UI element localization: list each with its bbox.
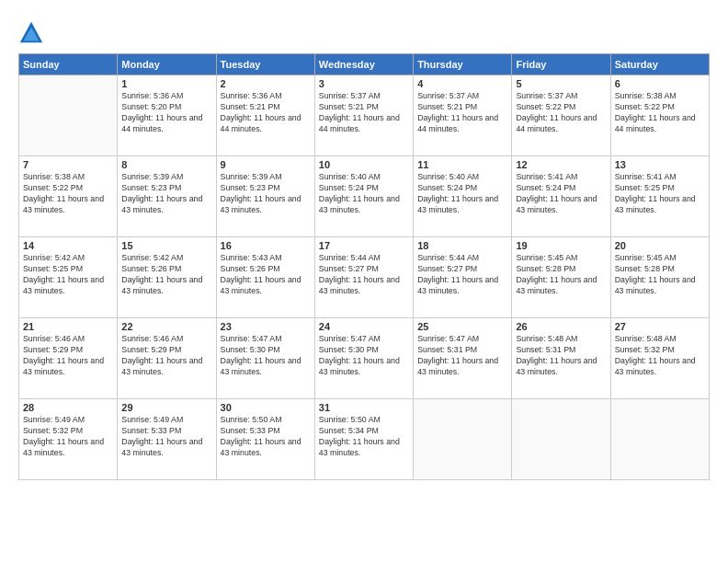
day-info: Sunrise: 5:45 AMSunset: 5:28 PMDaylight:…: [615, 253, 705, 297]
calendar-day-cell: 24Sunrise: 5:47 AMSunset: 5:30 PMDayligh…: [314, 318, 413, 399]
day-info: Sunrise: 5:48 AMSunset: 5:32 PMDaylight:…: [615, 334, 705, 378]
day-number: 20: [615, 240, 705, 251]
day-info: Sunrise: 5:37 AMSunset: 5:21 PMDaylight:…: [319, 91, 409, 135]
calendar-day-cell: 26Sunrise: 5:48 AMSunset: 5:31 PMDayligh…: [512, 318, 610, 399]
day-number: 31: [319, 402, 409, 413]
calendar-day-cell: 28Sunrise: 5:49 AMSunset: 5:32 PMDayligh…: [19, 399, 118, 480]
day-number: 10: [319, 159, 409, 170]
day-info: Sunrise: 5:39 AMSunset: 5:23 PMDaylight:…: [121, 172, 211, 216]
day-number: 2: [221, 78, 311, 89]
calendar-day-cell: 10Sunrise: 5:40 AMSunset: 5:24 PMDayligh…: [314, 156, 413, 237]
day-number: 21: [23, 321, 113, 332]
day-number: 12: [516, 159, 606, 170]
day-info: Sunrise: 5:37 AMSunset: 5:22 PMDaylight:…: [516, 91, 606, 135]
day-info: Sunrise: 5:40 AMSunset: 5:24 PMDaylight:…: [417, 172, 507, 216]
day-info: Sunrise: 5:46 AMSunset: 5:29 PMDaylight:…: [121, 334, 211, 378]
day-info: Sunrise: 5:36 AMSunset: 5:20 PMDaylight:…: [121, 91, 211, 135]
calendar-day-cell: 21Sunrise: 5:46 AMSunset: 5:29 PMDayligh…: [19, 318, 118, 399]
calendar-day-cell: 8Sunrise: 5:39 AMSunset: 5:23 PMDaylight…: [118, 156, 216, 237]
day-info: Sunrise: 5:47 AMSunset: 5:30 PMDaylight:…: [221, 334, 311, 378]
day-number: 23: [221, 321, 311, 332]
calendar-header-tuesday: Tuesday: [216, 54, 314, 75]
day-info: Sunrise: 5:50 AMSunset: 5:33 PMDaylight:…: [221, 415, 311, 459]
calendar-day-cell: 3Sunrise: 5:37 AMSunset: 5:21 PMDaylight…: [314, 75, 413, 156]
day-info: Sunrise: 5:38 AMSunset: 5:22 PMDaylight:…: [615, 91, 705, 135]
day-info: Sunrise: 5:45 AMSunset: 5:28 PMDaylight:…: [516, 253, 606, 297]
day-info: Sunrise: 5:39 AMSunset: 5:23 PMDaylight:…: [221, 172, 311, 216]
calendar-header-monday: Monday: [118, 54, 216, 75]
day-info: Sunrise: 5:44 AMSunset: 5:27 PMDaylight:…: [417, 253, 507, 297]
calendar-day-cell: 30Sunrise: 5:50 AMSunset: 5:33 PMDayligh…: [216, 399, 314, 480]
calendar-day-cell: 29Sunrise: 5:49 AMSunset: 5:33 PMDayligh…: [118, 399, 216, 480]
day-number: 24: [319, 321, 409, 332]
calendar-day-cell: [414, 399, 512, 480]
day-info: Sunrise: 5:46 AMSunset: 5:29 PMDaylight:…: [23, 334, 113, 378]
calendar-header-saturday: Saturday: [610, 54, 709, 75]
day-number: 6: [615, 78, 705, 89]
day-info: Sunrise: 5:48 AMSunset: 5:31 PMDaylight:…: [516, 334, 606, 378]
day-number: 25: [417, 321, 507, 332]
day-number: 8: [121, 159, 211, 170]
day-number: 28: [23, 402, 113, 413]
calendar-week-row: 1Sunrise: 5:36 AMSunset: 5:20 PMDaylight…: [19, 75, 710, 156]
calendar-day-cell: 1Sunrise: 5:36 AMSunset: 5:20 PMDaylight…: [118, 75, 216, 156]
calendar-day-cell: 14Sunrise: 5:42 AMSunset: 5:25 PMDayligh…: [19, 237, 118, 318]
day-info: Sunrise: 5:47 AMSunset: 5:30 PMDaylight:…: [319, 334, 409, 378]
day-number: 5: [516, 78, 606, 89]
calendar-day-cell: 25Sunrise: 5:47 AMSunset: 5:31 PMDayligh…: [414, 318, 512, 399]
calendar-day-cell: 13Sunrise: 5:41 AMSunset: 5:25 PMDayligh…: [610, 156, 709, 237]
calendar-day-cell: 4Sunrise: 5:37 AMSunset: 5:21 PMDaylight…: [414, 75, 512, 156]
day-info: Sunrise: 5:43 AMSunset: 5:26 PMDaylight:…: [221, 253, 311, 297]
day-number: 13: [615, 159, 705, 170]
calendar-header-friday: Friday: [512, 54, 610, 75]
calendar-day-cell: 17Sunrise: 5:44 AMSunset: 5:27 PMDayligh…: [314, 237, 413, 318]
day-info: Sunrise: 5:47 AMSunset: 5:31 PMDaylight:…: [417, 334, 507, 378]
calendar-header-sunday: Sunday: [19, 54, 118, 75]
calendar-day-cell: 2Sunrise: 5:36 AMSunset: 5:21 PMDaylight…: [216, 75, 314, 156]
header: [18, 17, 710, 46]
calendar-day-cell: [610, 399, 709, 480]
calendar-day-cell: 6Sunrise: 5:38 AMSunset: 5:22 PMDaylight…: [610, 75, 709, 156]
calendar-day-cell: 22Sunrise: 5:46 AMSunset: 5:29 PMDayligh…: [118, 318, 216, 399]
day-number: 18: [417, 240, 507, 251]
calendar-day-cell: 23Sunrise: 5:47 AMSunset: 5:30 PMDayligh…: [216, 318, 314, 399]
day-number: 27: [615, 321, 705, 332]
calendar-day-cell: 19Sunrise: 5:45 AMSunset: 5:28 PMDayligh…: [512, 237, 610, 318]
calendar-week-row: 21Sunrise: 5:46 AMSunset: 5:29 PMDayligh…: [19, 318, 710, 399]
day-info: Sunrise: 5:42 AMSunset: 5:25 PMDaylight:…: [23, 253, 113, 297]
day-info: Sunrise: 5:37 AMSunset: 5:21 PMDaylight:…: [417, 91, 507, 135]
calendar-day-cell: 5Sunrise: 5:37 AMSunset: 5:22 PMDaylight…: [512, 75, 610, 156]
calendar-day-cell: 20Sunrise: 5:45 AMSunset: 5:28 PMDayligh…: [610, 237, 709, 318]
day-info: Sunrise: 5:50 AMSunset: 5:34 PMDaylight:…: [319, 415, 409, 459]
calendar-week-row: 14Sunrise: 5:42 AMSunset: 5:25 PMDayligh…: [19, 237, 710, 318]
day-number: 30: [221, 402, 311, 413]
day-info: Sunrise: 5:44 AMSunset: 5:27 PMDaylight:…: [319, 253, 409, 297]
calendar-day-cell: 18Sunrise: 5:44 AMSunset: 5:27 PMDayligh…: [414, 237, 512, 318]
day-number: 3: [319, 78, 409, 89]
day-info: Sunrise: 5:38 AMSunset: 5:22 PMDaylight:…: [23, 172, 113, 216]
day-number: 9: [221, 159, 311, 170]
page: SundayMondayTuesdayWednesdayThursdayFrid…: [0, 0, 728, 563]
calendar-header-wednesday: Wednesday: [314, 54, 413, 75]
day-number: 15: [121, 240, 211, 251]
day-number: 11: [417, 159, 507, 170]
logo-icon: [18, 20, 44, 46]
calendar-day-cell: 27Sunrise: 5:48 AMSunset: 5:32 PMDayligh…: [610, 318, 709, 399]
day-info: Sunrise: 5:42 AMSunset: 5:26 PMDaylight:…: [121, 253, 211, 297]
day-number: 14: [23, 240, 113, 251]
day-number: 22: [121, 321, 211, 332]
logo: [18, 20, 48, 46]
day-number: 26: [516, 321, 606, 332]
day-info: Sunrise: 5:49 AMSunset: 5:33 PMDaylight:…: [121, 415, 211, 459]
calendar-day-cell: [19, 75, 118, 156]
day-info: Sunrise: 5:41 AMSunset: 5:24 PMDaylight:…: [516, 172, 606, 216]
calendar-day-cell: 7Sunrise: 5:38 AMSunset: 5:22 PMDaylight…: [19, 156, 118, 237]
day-number: 16: [221, 240, 311, 251]
day-number: 17: [319, 240, 409, 251]
calendar-day-cell: 12Sunrise: 5:41 AMSunset: 5:24 PMDayligh…: [512, 156, 610, 237]
day-number: 19: [516, 240, 606, 251]
day-info: Sunrise: 5:49 AMSunset: 5:32 PMDaylight:…: [23, 415, 113, 459]
calendar-day-cell: [512, 399, 610, 480]
calendar-header-row: SundayMondayTuesdayWednesdayThursdayFrid…: [19, 54, 710, 75]
calendar-week-row: 7Sunrise: 5:38 AMSunset: 5:22 PMDaylight…: [19, 156, 710, 237]
